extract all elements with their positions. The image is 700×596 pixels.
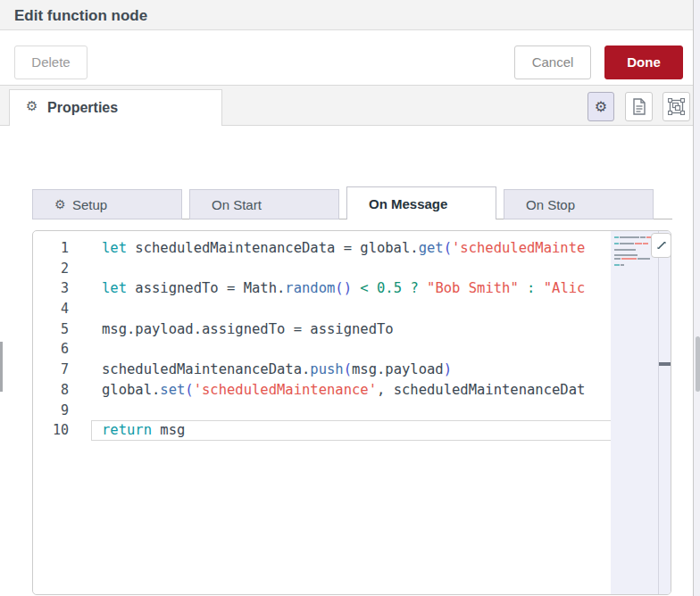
delete-button[interactable]: Delete (14, 46, 88, 79)
code-content[interactable]: 1let scheduledMaintenanceData = global.g… (33, 238, 671, 441)
line-number: 1 (33, 238, 69, 259)
expand-editor-button[interactable] (651, 233, 671, 258)
object-group-icon (668, 98, 685, 115)
code-line[interactable]: 7scheduledMaintenanceData.push(msg.paylo… (33, 360, 611, 380)
code-line[interactable]: 6 (33, 339, 611, 360)
code-line[interactable]: 5msg.payload.assignedTo = assignedTo (33, 319, 611, 340)
file-icon (632, 98, 646, 115)
tab-setup[interactable]: ⚙ Setup (32, 189, 182, 219)
editor-minimap[interactable] (611, 231, 659, 594)
dialog-scrollbar[interactable] (693, 0, 700, 596)
tab-on-stop[interactable]: On Stop (504, 189, 654, 219)
minimap-row (614, 264, 658, 266)
properties-tab-bar: ⚙ Properties ⚙ (0, 86, 700, 126)
code-line[interactable]: 2 (33, 259, 611, 279)
code-line[interactable]: 4 (33, 299, 611, 319)
code-line[interactable]: 10return msg (33, 420, 611, 441)
code-line[interactable]: 3let assignedTo = Math.random() < 0.5 ? … (33, 278, 611, 299)
gear-icon: ⚙ (595, 98, 607, 115)
function-tabs: ⚙ Setup On Start On Message On Stop (32, 186, 672, 219)
done-button[interactable]: Done (604, 46, 683, 79)
line-number: 8 (33, 380, 69, 401)
code-line[interactable]: 9 (33, 401, 611, 421)
edit-description-button[interactable] (625, 92, 653, 121)
tab-properties[interactable]: ⚙ Properties (9, 89, 222, 126)
minimap-row (614, 258, 658, 260)
line-number: 6 (33, 339, 69, 360)
name-row: Name ▾ (0, 126, 700, 187)
line-number: 2 (33, 259, 69, 279)
gear-icon: ⚙ (54, 197, 66, 211)
line-number: 9 (33, 401, 69, 421)
code-line[interactable]: 8global.set('scheduledMaintenance', sche… (33, 380, 611, 401)
line-number: 4 (33, 299, 69, 319)
code-editor[interactable]: 1let scheduledMaintenanceData = global.g… (32, 230, 671, 595)
line-number: 7 (33, 360, 69, 380)
left-scrollbar-thumb[interactable] (0, 342, 3, 392)
expand-icon (655, 239, 668, 252)
cancel-button[interactable]: Cancel (514, 46, 591, 79)
edit-appearance-button[interactable] (662, 92, 690, 121)
line-number: 3 (33, 278, 69, 299)
line-number: 10 (33, 420, 69, 441)
minimap-row (614, 261, 658, 262)
edit-properties-button[interactable]: ⚙ (588, 92, 614, 121)
properties-tab-label: Properties (47, 100, 118, 116)
dialog-title: Edit function node (14, 7, 147, 25)
edit-function-node-dialog: Edit function node Delete Cancel Done ⚙ … (0, 0, 700, 596)
tab-on-start[interactable]: On Start (189, 189, 339, 219)
gear-icon: ⚙ (26, 98, 38, 114)
tab-on-message[interactable]: On Message (346, 186, 496, 219)
code-line[interactable]: 1let scheduledMaintenanceData = global.g… (33, 238, 611, 259)
dialog-scrollbar-thumb[interactable] (696, 336, 700, 392)
editor-scrollbar[interactable] (659, 231, 671, 594)
dialog-button-row: Delete Cancel Done (0, 31, 700, 86)
dialog-header: Edit function node (0, 0, 700, 30)
line-number: 5 (33, 319, 69, 340)
editor-scrollbar-thumb[interactable] (659, 362, 671, 366)
